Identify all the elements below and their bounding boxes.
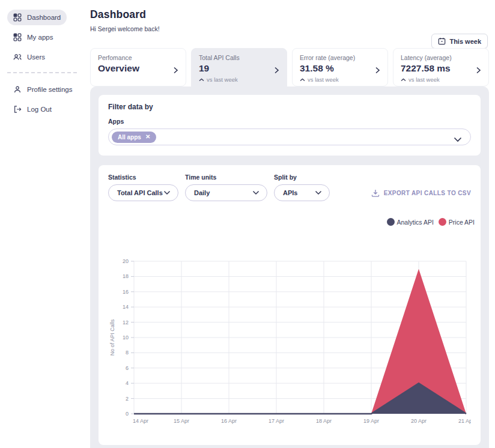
chevron-down-icon — [315, 190, 322, 195]
svg-text:19 Apr: 19 Apr — [363, 418, 379, 424]
chevron-right-icon — [274, 65, 279, 76]
split-by-label: Split by — [274, 174, 330, 181]
calendar-icon — [438, 37, 446, 45]
dashboard-panel: Filter data by Apps All apps ✕ Statist — [90, 86, 489, 448]
all-apps-chip[interactable]: All apps ✕ — [112, 132, 156, 143]
page-title: Dashboard — [90, 8, 489, 21]
svg-text:15 Apr: 15 Apr — [174, 418, 189, 424]
sidebar-item-profile-settings[interactable]: Profile settings — [7, 82, 78, 97]
svg-text:2: 2 — [126, 396, 129, 402]
tab-error-rate[interactable]: Error rate (average) 31.58 % vs last wee… — [292, 48, 388, 86]
tab-label: Perfomance — [98, 54, 178, 61]
svg-text:18: 18 — [123, 273, 129, 279]
svg-text:6: 6 — [126, 365, 129, 371]
apps-label: Apps — [108, 118, 471, 125]
tab-label: Latency (average) — [401, 54, 481, 61]
export-csv-link[interactable]: EXPORT API CALLS TO CSV — [371, 189, 471, 197]
chevron-right-icon — [375, 65, 380, 76]
tab-sub: vs last week — [300, 76, 380, 83]
sidebar-item-my-apps[interactable]: My apps — [7, 29, 59, 45]
chart-canvas: 0246810121416182014 Apr15 Apr16 Apr17 Ap… — [108, 258, 471, 433]
filter-title: Filter data by — [108, 103, 471, 111]
sidebar-item-dashboard[interactable]: Dashboard — [7, 10, 67, 25]
chart-legend: Analytics API Price API — [387, 218, 475, 226]
grid-icon — [13, 13, 22, 22]
chevron-down-icon — [163, 190, 171, 195]
caret-up-icon — [199, 78, 204, 82]
statistics-label: Statistics — [108, 174, 178, 181]
statistics-select[interactable]: Total API Calls — [108, 184, 178, 201]
statistics-card: Statistics Total API Calls Time units Da… — [99, 165, 481, 445]
greeting-text: Hi Sergei welcome back! — [90, 25, 489, 32]
api-calls-area-chart: 0246810121416182014 Apr15 Apr16 Apr17 Ap… — [108, 258, 471, 435]
svg-text:16 Apr: 16 Apr — [221, 418, 237, 424]
sidebar-item-label: My apps — [27, 34, 53, 41]
chevron-down-icon — [252, 190, 260, 195]
export-csv-label: EXPORT API CALLS TO CSV — [384, 190, 471, 196]
sidebar-item-label: Dashboard — [27, 14, 61, 21]
svg-text:0: 0 — [126, 411, 129, 417]
split-by-select[interactable]: APIs — [274, 184, 330, 201]
chip-label: All apps — [118, 134, 141, 141]
this-week-label: This week — [449, 38, 481, 45]
tab-sub-label: vs last week — [408, 76, 440, 83]
sidebar-item-label: Log Out — [27, 106, 52, 113]
sidebar-divider — [7, 72, 77, 73]
this-week-button[interactable]: This week — [431, 34, 488, 49]
caret-up-icon — [401, 78, 406, 82]
legend-label: Analytics API — [397, 219, 434, 226]
tab-sub: vs last week — [199, 76, 279, 83]
time-units-label: Time units — [185, 174, 267, 181]
time-units-select[interactable]: Daily — [185, 184, 267, 201]
svg-text:10: 10 — [123, 334, 129, 341]
legend-label: Price API — [449, 219, 475, 226]
apps-multiselect[interactable]: All apps ✕ — [108, 129, 471, 145]
tab-value: 7227.58 ms — [401, 63, 481, 74]
close-icon[interactable]: ✕ — [145, 134, 150, 140]
chart-controls: Statistics Total API Calls Time units Da… — [108, 174, 471, 201]
statistics-value: Total API Calls — [117, 189, 163, 196]
svg-text:18 Apr: 18 Apr — [316, 418, 332, 424]
legend-dot — [387, 218, 395, 226]
svg-text:20: 20 — [123, 258, 129, 264]
logout-icon — [13, 105, 22, 114]
legend-item-analytics-api: Analytics API — [387, 218, 434, 226]
svg-text:20 Apr: 20 Apr — [411, 418, 427, 424]
filter-card: Filter data by Apps All apps ✕ — [99, 95, 481, 156]
svg-text:17 Apr: 17 Apr — [269, 418, 284, 424]
chevron-right-icon — [476, 65, 481, 76]
tab-value: 31.58 % — [300, 63, 380, 74]
tab-value: 19 — [199, 63, 279, 74]
svg-text:14: 14 — [123, 304, 129, 310]
sidebar-item-log-out[interactable]: Log Out — [7, 101, 58, 117]
users-icon — [13, 53, 22, 61]
svg-text:21 Apr: 21 Apr — [458, 418, 471, 424]
app-window: Dashboard My apps Users Profile settings — [0, 0, 495, 448]
stat-tabs: Perfomance Overview Total API Calls 19 v… — [90, 48, 489, 92]
split-by-control: Split by APIs — [274, 174, 330, 201]
tab-total-api-calls[interactable]: Total API Calls 19 vs last week — [191, 48, 287, 92]
legend-dot — [439, 218, 446, 226]
legend-item-price-api: Price API — [439, 218, 475, 226]
chevron-right-icon — [173, 65, 178, 76]
caret-up-icon — [300, 78, 305, 82]
svg-text:8: 8 — [126, 350, 129, 356]
sidebar: Dashboard My apps Users Profile settings — [0, 0, 84, 448]
tab-performance-overview[interactable]: Perfomance Overview — [90, 48, 186, 86]
svg-text:4: 4 — [126, 380, 129, 386]
tab-sub-label: vs last week — [308, 76, 339, 83]
grid-icon — [13, 33, 22, 41]
chevron-down-icon[interactable] — [454, 134, 462, 145]
time-units-control: Time units Daily — [185, 174, 267, 201]
tab-latency[interactable]: Latency (average) 7227.58 ms vs last wee… — [393, 48, 489, 86]
svg-text:No of API Calls: No of API Calls — [109, 319, 115, 356]
sidebar-item-users[interactable]: Users — [7, 49, 51, 65]
download-icon — [371, 189, 380, 197]
tab-label: Total API Calls — [199, 54, 279, 61]
tab-sub-label: vs last week — [207, 76, 238, 83]
statistics-control: Statistics Total API Calls — [108, 174, 178, 201]
time-units-value: Daily — [194, 189, 210, 196]
split-by-value: APIs — [283, 189, 297, 196]
person-icon — [13, 85, 22, 94]
sidebar-item-label: Profile settings — [27, 86, 72, 93]
